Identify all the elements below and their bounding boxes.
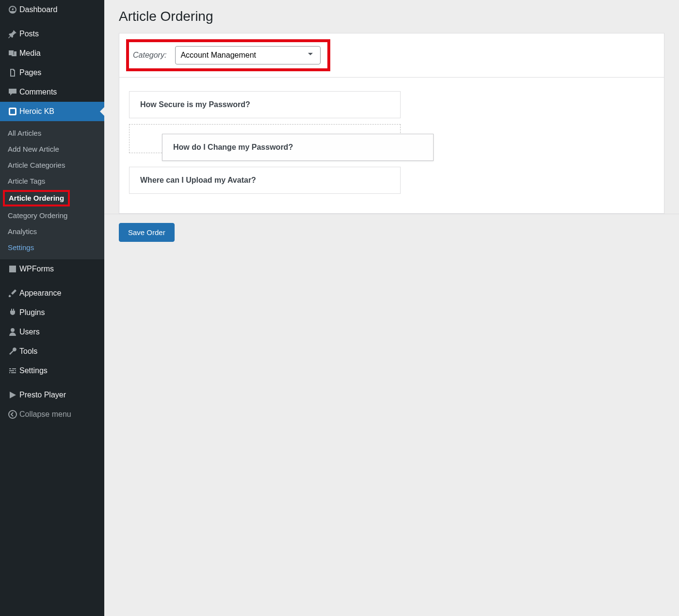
sidebar-label: Posts	[19, 30, 39, 38]
sidebar-item-tools[interactable]: Tools	[0, 342, 104, 361]
article-row[interactable]: Where can I Upload my Avatar?	[129, 167, 401, 194]
sidebar-label: Heroic KB	[19, 107, 54, 116]
play-icon	[6, 390, 19, 400]
submenu-category-ordering[interactable]: Category Ordering	[0, 207, 104, 223]
sidebar-item-heroic-kb[interactable]: Heroic KB	[0, 102, 104, 121]
sidebar-label: Appearance	[19, 289, 61, 298]
category-value: Account Management	[180, 51, 256, 60]
heroic-kb-submenu: All Articles Add New Article Article Cat…	[0, 121, 104, 259]
ordering-panel: Category: Account Management How Secure …	[119, 33, 664, 214]
article-list: How Secure is my Password? How do I Chan…	[119, 78, 664, 213]
sidebar-item-media[interactable]: Media	[0, 44, 104, 63]
submenu-article-ordering[interactable]: Article Ordering	[9, 194, 64, 202]
sidebar-label: Media	[19, 49, 41, 58]
plug-icon	[6, 308, 19, 317]
sidebar-item-posts[interactable]: Posts	[0, 24, 104, 44]
sidebar-item-dashboard[interactable]: Dashboard	[0, 0, 104, 19]
footer-bar: Save Order	[104, 214, 679, 251]
pages-icon	[6, 68, 19, 78]
submenu-all-articles[interactable]: All Articles	[0, 125, 104, 141]
category-label: Category:	[133, 51, 166, 60]
sliders-icon	[6, 366, 19, 376]
save-order-button[interactable]: Save Order	[119, 223, 175, 242]
sidebar-item-presto[interactable]: Presto Player	[0, 385, 104, 405]
form-icon	[6, 264, 19, 274]
admin-sidebar: Dashboard Posts Media Pages Comments Her…	[0, 0, 104, 616]
sidebar-label: Settings	[19, 366, 48, 375]
sidebar-item-plugins[interactable]: Plugins	[0, 303, 104, 322]
sidebar-label: Pages	[19, 68, 41, 77]
submenu-add-new[interactable]: Add New Article	[0, 141, 104, 157]
submenu-categories[interactable]: Article Categories	[0, 157, 104, 173]
sidebar-label: Dashboard	[19, 5, 57, 14]
submenu-analytics[interactable]: Analytics	[0, 223, 104, 239]
sidebar-item-comments[interactable]: Comments	[0, 82, 104, 102]
sidebar-item-appearance[interactable]: Appearance	[0, 284, 104, 303]
media-icon	[6, 48, 19, 58]
book-icon	[6, 107, 19, 116]
category-highlight: Category: Account Management	[126, 39, 330, 71]
submenu-tags[interactable]: Article Tags	[0, 173, 104, 189]
sidebar-item-pages[interactable]: Pages	[0, 63, 104, 82]
category-select[interactable]: Account Management	[175, 46, 321, 64]
page-title: Article Ordering	[119, 9, 664, 24]
sidebar-label: WPForms	[19, 265, 54, 273]
main-content: Article Ordering Category: Account Manag…	[104, 0, 679, 616]
sidebar-label: Collapse menu	[19, 410, 71, 419]
brush-icon	[6, 288, 19, 298]
sidebar-item-settings[interactable]: Settings	[0, 361, 104, 380]
chevron-down-icon	[306, 49, 315, 61]
sidebar-label: Comments	[19, 88, 57, 96]
collapse-icon	[6, 410, 19, 419]
sidebar-label: Presto Player	[19, 391, 66, 399]
wrench-icon	[6, 347, 19, 356]
sidebar-item-wpforms[interactable]: WPForms	[0, 259, 104, 279]
pin-icon	[6, 29, 19, 39]
category-bar: Category: Account Management	[119, 33, 664, 78]
sidebar-label: Users	[19, 328, 40, 336]
sidebar-label: Tools	[19, 347, 37, 356]
comments-icon	[6, 87, 19, 97]
sidebar-item-users[interactable]: Users	[0, 322, 104, 342]
user-icon	[6, 327, 19, 337]
svg-rect-1	[10, 109, 15, 114]
article-row-dragging[interactable]: How do I Change my Password?	[162, 134, 434, 161]
dashboard-icon	[6, 5, 19, 15]
article-row[interactable]: How Secure is my Password?	[129, 91, 401, 118]
sidebar-label: Plugins	[19, 308, 45, 317]
svg-point-2	[9, 411, 16, 418]
submenu-settings[interactable]: Settings	[0, 239, 104, 255]
sidebar-collapse[interactable]: Collapse menu	[0, 405, 104, 424]
